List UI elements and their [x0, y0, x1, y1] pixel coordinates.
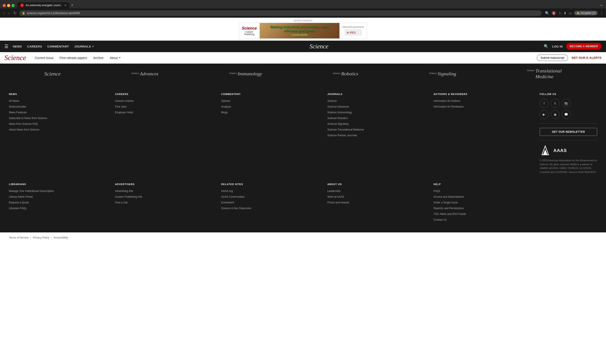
tab-close-button[interactable]: × [64, 3, 66, 7]
instagram-icon[interactable]: 📷 [562, 99, 571, 108]
journal-translational[interactable]: Science TranslationalMedicine [527, 68, 562, 79]
newsletter-button[interactable]: GET OUR NEWSLETTER [540, 128, 597, 136]
footer-advertising-kits[interactable]: Advertising Kits [115, 190, 133, 193]
journal-robotics[interactable]: Science Robotics [333, 71, 358, 77]
bookmark-icon[interactable]: ☆ [558, 11, 561, 15]
sub-nav-about[interactable]: About ▼ [110, 56, 121, 60]
journal-signaling[interactable]: Science Signaling [429, 71, 456, 77]
nav-news[interactable]: NEWS [13, 45, 22, 48]
extension-icon[interactable]: ▭ [569, 11, 572, 15]
social-icons-row1: f 𝕏 📷 [540, 99, 597, 108]
footer-contact[interactable]: Contact Us [434, 218, 447, 221]
incognito-button[interactable]: 🕵 Incognito (2) [574, 11, 598, 15]
twitter-icon[interactable]: 𝕏 [551, 99, 560, 108]
ad-science-logo: Science [242, 26, 257, 31]
footer-news-faq[interactable]: News from Science FAQ [9, 122, 38, 125]
footer-eurekalert[interactable]: EurekAlert! [221, 201, 234, 204]
footer-custom-publishing[interactable]: Custom Publishing Info [115, 195, 142, 198]
footer-analysis[interactable]: Analysis [221, 105, 231, 108]
address-bar[interactable]: 🔒 science.org/doi/10.1126/science.abo509… [19, 10, 541, 16]
youtube-icon[interactable]: ▶ [540, 110, 549, 119]
wechat-icon[interactable]: 💬 [562, 110, 571, 119]
minimize-button[interactable] [7, 4, 10, 7]
hamburger-menu[interactable]: ☰ [4, 44, 8, 49]
footer-all-news[interactable]: All News [9, 99, 19, 103]
journal-science[interactable]: Science [44, 71, 61, 77]
science-red-logo[interactable]: Science [4, 54, 26, 62]
list-item: Prizes and Awards [327, 201, 427, 204]
nav-careers[interactable]: CAREERS [27, 45, 42, 48]
search-browser-icon[interactable]: 🔍 [545, 11, 549, 15]
accessibility-link[interactable]: Accessibility [54, 236, 68, 239]
footer-journal-robotics[interactable]: Science Robotics [327, 117, 348, 120]
close-button[interactable] [3, 4, 6, 7]
back-button[interactable]: ‹ [3, 10, 6, 16]
footer-careers-articles[interactable]: Careers Articles [115, 99, 134, 103]
media-icon[interactable]: 🔇 [552, 11, 556, 15]
footer-aaas-communities[interactable]: AAAS Communities [221, 195, 244, 198]
tab-more-button[interactable]: ⌄ [600, 2, 603, 7]
journal-immunology[interactable]: Science Immunology [229, 71, 262, 77]
footer-about-news[interactable]: About News from Science [9, 128, 39, 131]
footer-library-admin[interactable]: Library Admin Portal [9, 195, 33, 198]
new-tab-button[interactable]: + [71, 3, 74, 8]
nav-commentary[interactable]: COMMENTARY [47, 45, 69, 48]
download-icon[interactable]: ⬇ [564, 11, 566, 15]
get-alerts-link[interactable]: GET OUR E-ALERTS [572, 56, 602, 59]
footer-journal-science[interactable]: Science [327, 99, 337, 103]
footer-journals-list: Science Science Advances Science Immunol… [327, 99, 427, 137]
list-item: Science in the Classroom [221, 206, 321, 210]
footer-journal-translational[interactable]: Science Translational Medicine [327, 128, 364, 131]
footer-reprints[interactable]: Reprints and Permissions [434, 207, 464, 210]
footer-news-features[interactable]: News Features [9, 111, 27, 114]
terms-of-service-link[interactable]: Terms of Service [9, 236, 28, 239]
footer-manage-subscription[interactable]: Manage Your Institutional Subscription [9, 190, 54, 193]
sub-nav-current-issue[interactable]: Current Issue [35, 56, 54, 60]
footer-find-jobs[interactable]: Find Jobs [115, 105, 126, 108]
footer-request-quote[interactable]: Request a Quote [9, 201, 29, 204]
ad-content[interactable]: Science Custom Publishing Making Industr… [239, 23, 367, 39]
footer-info-reviewers[interactable]: Information for Reviewers [434, 105, 464, 108]
privacy-policy-link[interactable]: Privacy Policy [33, 236, 49, 239]
footer-subscribe-news[interactable]: Subscribe to News from Science [9, 117, 47, 120]
forward-button[interactable]: › [8, 10, 11, 16]
footer-aaas-org[interactable]: AAAS.org [221, 190, 233, 193]
footer-work-aaas[interactable]: Work at AAAS [327, 195, 344, 198]
maximize-button[interactable] [12, 4, 14, 7]
footer-prizes[interactable]: Prizes and Awards [327, 201, 349, 204]
footer-scienceinsider[interactable]: ScienceInsider [9, 105, 26, 108]
sub-nav-first-release[interactable]: First release papers [60, 56, 87, 60]
footer-access-subscriptions[interactable]: Access and Subscriptions [434, 195, 464, 198]
footer-journal-immunology[interactable]: Science Immunology [327, 111, 352, 114]
facebook-icon[interactable]: f [540, 99, 549, 108]
footer-info-authors[interactable]: Information for Authors [434, 99, 460, 103]
login-button[interactable]: LOG IN [552, 45, 563, 48]
science-main-logo[interactable]: Science [310, 43, 328, 50]
footer-toc-alerts[interactable]: TOC Alerts and RSS Feeds [434, 212, 466, 216]
footer-leadership[interactable]: Leadership [327, 190, 340, 193]
search-icon[interactable]: 🔍 [544, 44, 549, 49]
submit-manuscript-button[interactable]: Submit manuscript [537, 54, 568, 61]
rss-icon[interactable]: ◉ [551, 110, 560, 119]
footer-order-issue[interactable]: Order a Single Issue [434, 201, 458, 204]
footer-journal-signaling[interactable]: Science Signaling [327, 122, 348, 125]
footer-journal-advances[interactable]: Science Advances [327, 105, 349, 108]
nav-journals[interactable]: JOURNALS ▼ [74, 45, 94, 48]
sub-nav-archive[interactable]: Archive [93, 56, 103, 60]
footer-authors-list: Information for Authors Information for … [434, 99, 533, 108]
footer-employer-hubs[interactable]: Employer Hubs [115, 111, 133, 114]
reload-button[interactable]: ↻ [12, 10, 17, 16]
footer-journal-partner[interactable]: Science Partner Journals [327, 134, 357, 137]
footer-librarian-faqs[interactable]: Librarian FAQs [9, 207, 27, 210]
footer-journals-heading: JOURNALS [327, 93, 427, 95]
active-tab[interactable]: S An extremely energetic cosmi... × [17, 2, 69, 8]
journal-advances[interactable]: Science Advances [132, 71, 159, 77]
footer-faqs[interactable]: FAQs [434, 190, 440, 193]
footer-science-classroom[interactable]: Science in the Classroom [221, 207, 251, 210]
menu-button[interactable]: ⋮ [600, 11, 603, 15]
footer-col-authors: AUTHORS & REVIEWERS Information for Auth… [434, 93, 533, 174]
footer-blogs[interactable]: Blogs [221, 111, 228, 114]
footer-opinion[interactable]: Opinion [221, 99, 230, 103]
become-member-button[interactable]: BECOME A MEMBER [566, 43, 602, 50]
footer-post-job[interactable]: Post a Job [115, 201, 128, 204]
